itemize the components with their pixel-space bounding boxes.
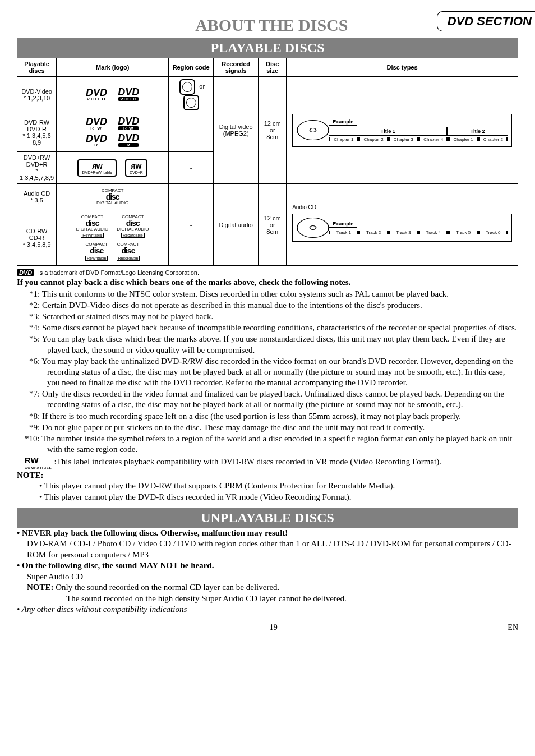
dvd-rw-logo-icon: DVDR W [86,118,107,130]
cd-structure-diagram: Example Track 1 Track 2 Track 3 Track 4 … [292,214,512,242]
cell-region: - [169,184,214,266]
cell-size2: 12 cm or 8cm [259,184,287,266]
cell-name: DVD+RW DVD+R * 1,3,4,5,7,8,9 [17,152,57,184]
cell-recorded-audio: Digital audio [214,184,259,266]
cell-name: CD-RW CD-R * 3,4,5,8,9 [17,210,57,266]
dvd-rw-logo-pill-icon: DVDR W [118,118,139,130]
cell-logo: COMPACT disc DIGITAL AUDIO ReWritable CO… [57,210,169,266]
table-header-row: Playable discs Mark (logo) Region code R… [17,58,518,77]
note-label: NOTE: [17,470,518,481]
dvd-plus-r-logo-icon: ᴙwDVD+R [125,159,147,177]
region-code-all-icon [183,95,199,110]
dvd-video-logo-pill-icon: DVD VIDEO [118,89,139,101]
dvd-structure-diagram: Example Title 1 Title 2 Chapter 1 Chapte… [292,114,512,147]
cd-r-logo-icon: COMPACT disc DIGITAL AUDIO Recordable [117,215,149,238]
note-bullet-2: • This player cannot play the DVD-R disc… [17,492,518,503]
col-region: Region code [169,58,214,77]
note-2: *2: Certain DVD-Video discs do not opera… [17,300,518,311]
col-types: Disc types [287,58,518,77]
dvd-plus-rw-logo-icon: ᴙwDVD+ReWritable [77,159,116,177]
note-rw-compat: RW COMPATIBLE :This label indicates play… [17,455,518,470]
cell-recorded-video: Digital video (MPEG2) [214,77,259,184]
note-bullet-1: • This player cannot play the DVD-RW tha… [17,481,518,491]
note-5: *5: You can play back discs which bear t… [17,334,518,355]
playable-discs-table: Playable discs Mark (logo) Region code R… [17,58,518,266]
unplayable-b2: • On the following disc, the sound MAY N… [17,560,518,604]
cell-types-dvd: Example Title 1 Title 2 Chapter 1 Chapte… [287,77,518,184]
cell-logo: DVD VIDEO DVD VIDEO [57,77,169,113]
section-tag: DVD SECTION [437,11,535,31]
dvd-trademark-icon: DVD [17,269,34,276]
cd-rw-logo-icon: COMPACT disc DIGITAL AUDIO ReWritable [76,215,108,238]
cell-logo: DVDR W DVDR W DVDR DVDR [57,113,169,152]
notes-section: If you cannot play back a disc which bea… [17,277,518,502]
cd-rw-logo2-icon: COMPACT disc ReWritable [85,242,108,261]
col-size: Disc size [259,58,287,77]
cell-region: or [169,77,214,113]
page-header: ABOUT THE DISCS DVD SECTION [17,11,518,35]
col-playable: Playable discs [17,58,57,77]
cell-name: Audio CD * 3,5 [17,184,57,210]
dvd-r-logo-icon: DVDR [86,135,107,146]
cell-logo: ᴙwDVD+ReWritable ᴙwDVD+R [57,152,169,184]
col-recorded: Recorded signals [214,58,259,77]
cell-types-cd: Audio CD Example Track 1 Track 2 Track 3… [287,184,518,266]
trademark-line: DVD is a trademark of DVD Format/Logo Li… [17,269,518,276]
cell-region: - [169,113,214,152]
playable-discs-band: PLAYABLE DISCS [17,38,518,58]
dvd-video-logo-icon: DVD VIDEO [86,89,107,100]
unplayable-b1: • NEVER play back the following discs. O… [17,528,518,561]
cell-region: - [169,152,214,184]
note-10: *10: The number inside the symbol refers… [17,434,518,455]
disc-icon [297,218,329,238]
page-footer: – 19 – EN [17,623,518,632]
page-number: – 19 – [39,623,508,632]
cd-r-logo2-icon: COMPACT disc Recordable [117,242,140,261]
cell-size1: 12 cm or 8cm [259,77,287,184]
note-9: *9: Do not glue paper or put stickers on… [17,422,518,433]
note-4: *4: Some discs cannot be played back bec… [17,322,518,333]
note-7: *7: Only the discs recorded in the video… [17,389,518,410]
region-code-icon [179,79,195,95]
unplayable-b3: • Any other discs without compatibility … [17,604,518,615]
section-tag-text: DVD SECTION [448,14,532,28]
cell-name: DVD-Video * 1,2,3,10 [17,77,57,113]
rw-compatible-icon: RW COMPATIBLE [25,455,52,470]
col-mark: Mark (logo) [57,58,169,77]
note-8: *8: If there is too much recording space… [17,411,518,422]
cell-name: DVD-RW DVD-R * 1,3,4,5,6 8,9 [17,113,57,152]
dvd-r-logo-pill-icon: DVDR [118,135,139,147]
note-6: *6: You may play back the unfinalized DV… [17,356,518,389]
row-dvd-video: DVD-Video * 1,2,3,10 DVD VIDEO DVD VIDEO… [17,77,518,113]
note-1: *1: This unit conforms to the NTSC color… [17,289,518,299]
compact-disc-logo-icon: COMPACT disc DIGITAL AUDIO [96,188,128,205]
page-lang: EN [508,623,518,632]
disc-icon [297,120,329,140]
note-3: *3: Scratched or stained discs may not b… [17,311,518,322]
notes-lead: If you cannot play back a disc which bea… [17,277,518,288]
main-title: ABOUT THE DISCS [17,16,437,35]
unplayable-section: • NEVER play back the following discs. O… [17,528,518,615]
row-audio-cd: Audio CD * 3,5 COMPACT disc DIGITAL AUDI… [17,184,518,210]
cell-logo: COMPACT disc DIGITAL AUDIO [57,184,169,210]
unplayable-discs-band: UNPLAYABLE DISCS [17,508,518,528]
